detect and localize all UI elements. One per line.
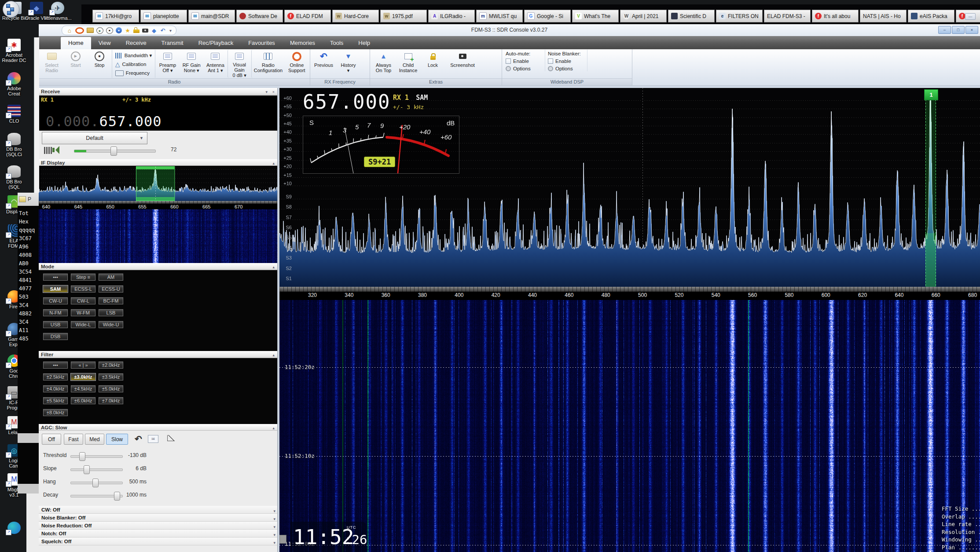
online-support-button[interactable]: Online Support — [285, 50, 308, 78]
undo-icon[interactable]: ↶ — [160, 27, 166, 34]
select-radio-button[interactable]: Select Radio — [40, 50, 63, 78]
mode-cwu[interactable]: CW-U — [43, 297, 68, 305]
qat-more-icon[interactable]: ▾ — [169, 28, 172, 33]
taskbar-tab-15[interactable]: ELAD FDM-S3 - — [764, 10, 811, 22]
filter-70khz[interactable]: ±7.0kHz — [98, 397, 124, 405]
desktop-icon-edge-14[interactable]: ↗ — [1, 522, 27, 535]
pin-icon[interactable]: ◆ — [151, 27, 157, 34]
taskbar-tab-17[interactable]: NATS | AIS - Ho — [860, 10, 907, 22]
taskbar-tab-3[interactable]: ✉main@SDR — [188, 10, 235, 22]
mode-wfm[interactable]: W-FM — [70, 309, 96, 317]
agc-undo-icon[interactable]: ↶ — [135, 434, 142, 444]
ribbon-tab-favourites[interactable]: Favourites — [241, 37, 283, 49]
mode-[interactable]: ••• — [43, 273, 68, 281]
frequency-ruler[interactable] — [279, 287, 980, 292]
filter-35khz[interactable]: ±3.5kHz — [98, 373, 124, 381]
ribbon-tab-help[interactable]: Help — [351, 37, 378, 49]
collapsed-noise-blanker[interactable]: Noise Blanker: Off▾ — [39, 514, 278, 522]
desktop-icon-db-3[interactable]: ↗DB Bro(SQLCi — [1, 133, 27, 157]
visual-gain-button[interactable]: Visual Gain 0 dB ▾ — [228, 50, 251, 78]
taskbar-tab-13[interactable]: Scientific D — [668, 10, 715, 22]
maximize-button[interactable]: □ — [952, 26, 965, 34]
section-collapse-icon[interactable]: ▴ — [272, 264, 275, 271]
lock-button[interactable]: Lock — [421, 50, 445, 78]
if-waterfall[interactable] — [39, 209, 278, 263]
slider-handle[interactable] — [84, 465, 90, 474]
frequency-digits[interactable]: 0.000.657.000 — [46, 113, 161, 130]
taskbar-tab-6[interactable]: wHard-Core — [332, 10, 379, 22]
hex-viewer-scrollbar[interactable] — [18, 433, 39, 443]
home-icon[interactable]: ⌂ — [66, 27, 73, 34]
start-button[interactable]: ▶Start — [64, 50, 87, 78]
ribbon-tab-transmit[interactable]: Transmit — [154, 37, 191, 49]
antenna-button[interactable]: Antenna Ant 1 ▾ — [204, 50, 227, 78]
taskbar-tab-11[interactable]: VWhat's The — [572, 10, 619, 22]
collapsed-noise-reduction[interactable]: Noise Reduction: Off▾ — [39, 522, 278, 530]
stop-button[interactable]: ■Stop — [88, 50, 111, 78]
rf-gain-button[interactable]: RF Gain None ▾ — [180, 50, 203, 78]
agc-off-button[interactable]: Off — [42, 434, 61, 445]
filter-40khz[interactable]: ±4.0kHz — [43, 385, 68, 393]
agc-slow-button[interactable]: Slow — [106, 434, 128, 445]
bandwidth-button[interactable]: Bandwidth ▾ — [115, 52, 152, 59]
camera-icon[interactable] — [142, 29, 148, 33]
screenshot-button[interactable]: Screenshot — [445, 50, 480, 78]
receive-panel-header[interactable]: Receive ▾ × — [39, 88, 277, 95]
rx-frequency-display[interactable]: RX 1 +/- 3 kHz 0.000.657.000 — [39, 95, 278, 131]
filter-20khz[interactable]: ±2.0kHz — [98, 361, 124, 369]
down-icon[interactable]: ▼ — [116, 27, 122, 33]
always-on-top-button[interactable]: ▲Always On Top — [371, 50, 396, 78]
options-row[interactable]: Options — [548, 66, 585, 71]
filter-25khz[interactable]: ±2.5kHz — [43, 373, 68, 381]
section-collapse-icon[interactable]: ▴ — [272, 352, 275, 358]
waterfall-scroll-thumb[interactable] — [279, 535, 286, 544]
ribbon-tab-home[interactable]: Home — [61, 37, 91, 49]
child-instance-button[interactable]: Child Instance — [396, 50, 420, 78]
preamp-button[interactable]: Preamp Off ▾ — [156, 50, 179, 78]
desktop-icon-acrobat-0[interactable]: ✱↗AcrobatReader DC — [1, 39, 27, 63]
filter-45khz[interactable]: ±4.5kHz — [70, 385, 96, 393]
filter-[interactable]: ••• — [43, 361, 68, 369]
agc-scheme-button[interactable]: ✉ — [148, 435, 158, 443]
taskbar-tab-18[interactable]: eAIS Packa — [908, 10, 954, 22]
enable-checkbox[interactable] — [506, 58, 511, 64]
mode-widel[interactable]: Wide-L — [70, 321, 96, 329]
ribbon-tab-tools[interactable]: Tools — [323, 37, 351, 49]
taskbar-tab-10[interactable]: GGoogle - Si — [524, 10, 571, 22]
taskbar-tab-4[interactable]: Software De — [236, 10, 283, 22]
taskbar-tab-9[interactable]: mMWLIST qu — [476, 10, 523, 22]
volume-slider-handle[interactable] — [110, 146, 117, 156]
ribbon-tab-memories[interactable]: Memories — [283, 37, 323, 49]
panel-collapse-icon[interactable]: ▾ — [265, 89, 268, 95]
enable-row[interactable]: Enable — [506, 58, 543, 64]
hex-viewer-window[interactable]: P TotHexqqqqq3C67A964008AB03C54484140775… — [18, 193, 39, 494]
history-button[interactable]: ▼History ▾ — [336, 50, 360, 78]
ribbon-tab-recplayback[interactable]: Rec/Playback — [191, 37, 241, 49]
lifering-icon[interactable] — [75, 27, 84, 34]
stop-icon[interactable]: ■ — [106, 27, 113, 34]
slider-handle[interactable] — [92, 479, 99, 487]
frequency-button[interactable]: Frequency — [115, 69, 152, 77]
agc-header[interactable]: AGC: Slow ▴ — [39, 424, 277, 431]
agc-med-button[interactable]: Med — [85, 434, 104, 445]
mode-am[interactable]: AM — [98, 273, 124, 281]
filter-55khz[interactable]: ±5.5kHz — [43, 397, 68, 405]
taskbar-tab-12[interactable]: WApril | 2021 — [620, 10, 667, 22]
mode-sam[interactable]: SAM — [43, 285, 68, 293]
desktop-icon-db-4[interactable]: ↗DB Bro(SQL — [1, 165, 27, 190]
slider-handle[interactable] — [79, 452, 85, 461]
play-icon[interactable]: ▶ — [96, 27, 103, 34]
collapsed-cw[interactable]: CW: Off▾ — [39, 506, 278, 514]
filter-80khz[interactable]: ±8.0kHz — [43, 409, 68, 417]
desktop-icon-adobe-1[interactable]: ↗AdobeCreat — [1, 72, 27, 96]
speaker-icon[interactable] — [55, 146, 59, 154]
if-spectrum[interactable] — [39, 166, 278, 201]
taskbar-tab-8[interactable]: AILGRadio - — [428, 10, 475, 22]
agc-fast-button[interactable]: Fast — [64, 434, 83, 445]
mode-dsb[interactable]: DSB — [43, 333, 68, 340]
titlebar[interactable]: FDM-S3 :: SDR Console v3.0.27 ⌂▶■▼★◆↶▾ –… — [39, 24, 980, 36]
taskbar-tab-7[interactable]: w1975.pdf — [380, 10, 427, 22]
mode-bcfm[interactable]: BC-FM — [98, 297, 124, 305]
waterfall[interactable] — [279, 300, 980, 552]
mode-step[interactable]: Step ≡ — [70, 273, 96, 281]
